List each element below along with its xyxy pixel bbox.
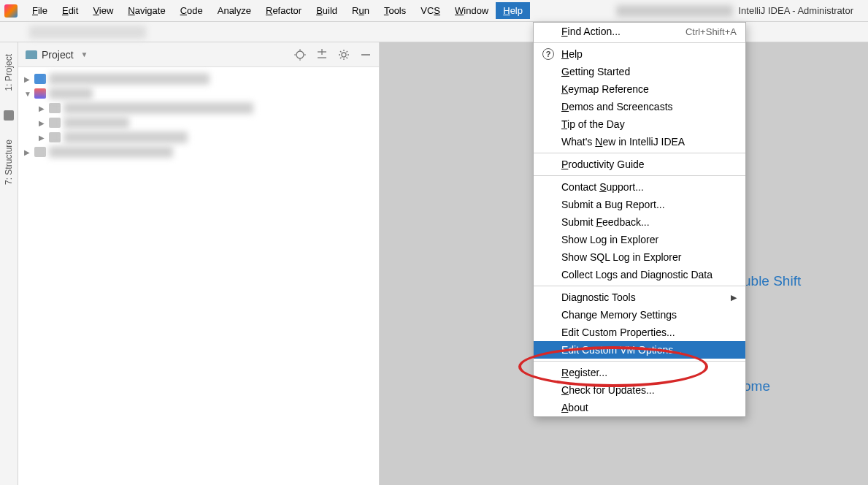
- menu-view[interactable]: View: [85, 2, 120, 19]
- project-panel-title-group[interactable]: Project ▼: [26, 49, 88, 61]
- menu-item-label: Edit Custom VM Options...: [561, 344, 682, 356]
- help-item-register[interactable]: Register...: [534, 364, 745, 381]
- library-icon: [34, 88, 46, 99]
- menu-analyze[interactable]: Analyze: [210, 2, 258, 19]
- window-title: IntelliJ IDEA - Administrator: [616, 5, 869, 17]
- chevron-down-icon: ▼: [81, 50, 88, 58]
- menu-refactor[interactable]: Refactor: [258, 2, 309, 19]
- tree-row[interactable]: [18, 101, 379, 115]
- menu-item-label: What's New in IntelliJ IDEA: [561, 136, 685, 148]
- menu-help[interactable]: Help: [496, 2, 530, 19]
- tree-row[interactable]: [18, 145, 379, 159]
- help-item-submit-a-bug-report[interactable]: Submit a Bug Report...: [534, 196, 745, 213]
- help-item-demos-and-screencasts[interactable]: Demos and Screencasts: [534, 98, 745, 115]
- project-tree[interactable]: [18, 67, 379, 164]
- menu-item-label: Keymap Reference: [561, 83, 649, 95]
- help-item-submit-feedback[interactable]: Submit Feedback...: [534, 213, 745, 231]
- tree-row[interactable]: [18, 115, 379, 130]
- expand-arrow-icon[interactable]: [39, 104, 46, 112]
- menu-code[interactable]: Code: [173, 2, 210, 19]
- app-icon: [4, 4, 18, 18]
- node-icon: [34, 147, 46, 157]
- node-icon: [49, 103, 61, 113]
- tree-row[interactable]: [18, 130, 379, 145]
- expand-arrow-icon[interactable]: [24, 148, 31, 156]
- help-item-help[interactable]: ?Help: [534, 45, 745, 63]
- left-tool-strip: 1: Project 7: Structure: [0, 42, 18, 485]
- menu-item-label: Productivity Guide: [561, 159, 645, 170]
- help-item-show-log-in-explorer[interactable]: Show Log in Explorer: [534, 231, 745, 248]
- blurred-label: [49, 73, 210, 85]
- menu-item-label: Register...: [561, 367, 607, 378]
- menu-window[interactable]: Window: [448, 2, 496, 19]
- menu-navigate[interactable]: Navigate: [120, 2, 172, 19]
- menu-separator: [534, 361, 745, 362]
- menu-item-label: Submit a Bug Report...: [561, 199, 665, 210]
- blurred-project-name: [616, 5, 733, 17]
- help-item-about[interactable]: About: [534, 399, 745, 416]
- help-item-tip-of-the-day[interactable]: Tip of the Day: [534, 115, 745, 133]
- help-item-edit-custom-properties[interactable]: Edit Custom Properties...: [534, 324, 745, 341]
- help-item-collect-logs-and-diagnostic-data[interactable]: Collect Logs and Diagnostic Data: [534, 266, 745, 283]
- welcome-hint-fragment: uble Shift: [743, 273, 801, 289]
- menu-item-label: Collect Logs and Diagnostic Data: [561, 269, 713, 280]
- menu-item-label: Change Memory Settings: [561, 309, 677, 321]
- app-name-suffix: IntelliJ IDEA - Administrator: [739, 5, 854, 16]
- project-panel-title: Project: [42, 49, 74, 61]
- svg-point-0: [296, 51, 304, 58]
- gear-icon[interactable]: [338, 49, 350, 61]
- svg-point-8: [342, 53, 346, 57]
- menu-item-label: Show Log in Explorer: [561, 234, 658, 245]
- menu-file[interactable]: File: [25, 2, 55, 19]
- tree-row[interactable]: [18, 72, 379, 86]
- help-item-productivity-guide[interactable]: Productivity Guide: [534, 156, 745, 173]
- expand-all-icon[interactable]: [316, 49, 328, 61]
- menu-vcs[interactable]: VCS: [413, 2, 448, 19]
- help-item-what-s-new-in-intellij-idea[interactable]: What's New in IntelliJ IDEA: [534, 133, 745, 150]
- menu-separator: [534, 286, 745, 286]
- menu-separator: [534, 175, 745, 176]
- menu-item-label: About: [561, 402, 588, 413]
- help-item-edit-custom-vm-options[interactable]: Edit Custom VM Options...: [534, 341, 745, 359]
- folder-icon: [4, 110, 14, 121]
- expand-arrow-icon[interactable]: [24, 75, 31, 83]
- menu-run[interactable]: Run: [345, 2, 377, 19]
- menu-item-label: Submit Feedback...: [561, 216, 650, 228]
- menu-item-label: Demos and Screencasts: [561, 101, 673, 112]
- shortcut-label: Ctrl+Shift+A: [685, 26, 737, 37]
- blurred-label: [64, 117, 129, 129]
- sidebar-tab-structure[interactable]: 7: Structure: [2, 135, 15, 189]
- blurred-breadcrumb: [29, 26, 146, 39]
- expand-arrow-icon[interactable]: [39, 134, 46, 142]
- blurred-label: [49, 88, 93, 99]
- titlebar: FileEditViewNavigateCodeAnalyzeRefactorB…: [0, 0, 868, 22]
- expand-arrow-icon[interactable]: [24, 90, 31, 98]
- submenu-arrow-icon: ▶: [731, 293, 737, 302]
- help-item-show-sql-log-in-explorer[interactable]: Show SQL Log in Explorer: [534, 248, 745, 266]
- menu-build[interactable]: Build: [309, 2, 345, 19]
- menu-item-label: Edit Custom Properties...: [561, 326, 675, 338]
- project-panel-header: Project ▼: [18, 42, 379, 67]
- help-item-change-memory-settings[interactable]: Change Memory Settings: [534, 306, 745, 324]
- help-item-keymap-reference[interactable]: Keymap Reference: [534, 80, 745, 98]
- tree-row[interactable]: [18, 86, 379, 101]
- menu-separator: [534, 42, 745, 43]
- expand-arrow-icon[interactable]: [39, 119, 46, 127]
- sidebar-tab-project[interactable]: 1: Project: [2, 50, 15, 96]
- menu-item-label: Find Action...: [561, 26, 621, 37]
- project-icon: [26, 50, 37, 59]
- project-panel: Project ▼: [18, 42, 380, 485]
- help-item-check-for-updates[interactable]: Check for Updates...: [534, 381, 745, 399]
- node-icon: [49, 132, 61, 142]
- welcome-hint-fragment: ome: [743, 378, 770, 394]
- menu-tools[interactable]: Tools: [377, 2, 413, 19]
- hide-icon[interactable]: [360, 49, 372, 61]
- help-item-find-action[interactable]: Find Action...Ctrl+Shift+A: [534, 23, 745, 40]
- menu-item-label: Tip of the Day: [561, 118, 625, 130]
- help-item-contact-support[interactable]: Contact Support...: [534, 178, 745, 196]
- help-item-getting-started[interactable]: Getting Started: [534, 63, 745, 80]
- help-item-diagnostic-tools[interactable]: Diagnostic Tools▶: [534, 289, 745, 306]
- menu-edit[interactable]: Edit: [55, 2, 85, 19]
- locate-icon[interactable]: [294, 49, 306, 61]
- menu-item-label: Help: [561, 48, 583, 60]
